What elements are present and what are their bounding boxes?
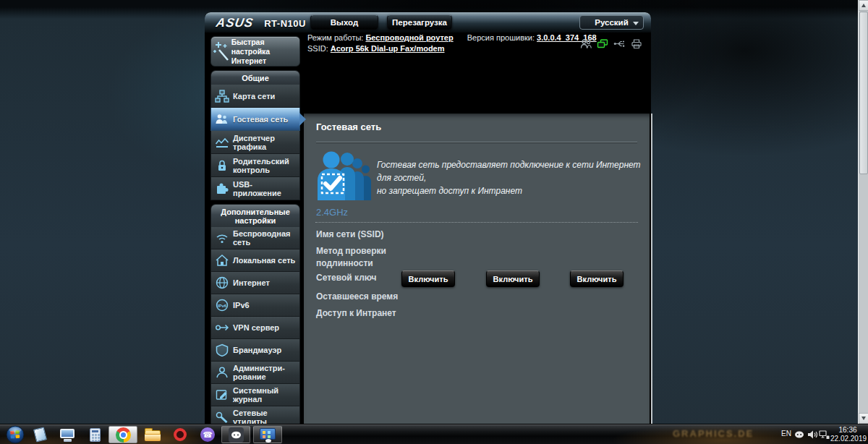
- sidebar-section-advanced: Дополнительные настройки Беспроводная се…: [210, 204, 300, 424]
- network-map-icon: [211, 90, 233, 103]
- quick-setup-label: Быстрая настройка Интернет: [231, 38, 299, 66]
- mode-label: Режим работы:: [307, 33, 363, 42]
- tray-date: 22.02.2019: [830, 435, 865, 443]
- sidebar-item-guest-network[interactable]: Гостевая сеть: [210, 108, 300, 131]
- sidebar-item-label: Сетевые утилиты: [233, 409, 268, 424]
- guest-network-illustration-icon: [316, 150, 371, 203]
- calculator-icon: [90, 428, 101, 442]
- taskbar-app-computer[interactable]: [55, 426, 80, 443]
- sidebar-item-label: Локальная сеть: [233, 256, 295, 265]
- ipv6-globe-icon: IPv6: [211, 299, 233, 312]
- taskbar-app-calculator[interactable]: [82, 426, 107, 443]
- sidebar-item-vpn-server[interactable]: VPN сервер: [210, 317, 300, 339]
- title-divider: [316, 142, 637, 142]
- sidebar-item-label: Гостевая сеть: [233, 115, 288, 124]
- enable-button-1[interactable]: Включить: [401, 270, 455, 287]
- wrench-icon: [211, 411, 233, 424]
- globe-icon: [211, 276, 233, 289]
- sidebar-item-label: IPv6: [233, 301, 250, 309]
- language-dropdown[interactable]: Русский: [579, 15, 644, 30]
- guest-network-icon: [211, 113, 233, 126]
- sidebar: Общие Карта сети: [210, 70, 300, 424]
- sidebar-item-parental-control[interactable]: Родительский контроль: [210, 154, 300, 177]
- house-icon: [211, 254, 233, 267]
- sidebar-item-label: Родительский контроль: [233, 157, 289, 174]
- sidebar-item-wireless[interactable]: Беспроводная сеть: [210, 227, 300, 249]
- language-indicator[interactable]: EN: [781, 430, 791, 437]
- taskbar-app-explorer[interactable]: [140, 426, 165, 443]
- viber-icon: ☎: [200, 427, 215, 442]
- logout-button[interactable]: Выход: [310, 14, 378, 30]
- ssid-label: SSID:: [307, 44, 328, 53]
- quick-setup-button[interactable]: Быстрая настройка Интернет: [210, 36, 300, 67]
- router-topbar: ASUS RT-N10U Выход Перезагрузка Русский: [205, 12, 651, 33]
- taskbar-clock[interactable]: 16:36 22.02.2019: [830, 426, 865, 443]
- mode-link[interactable]: Беспроводной роутер: [365, 33, 453, 42]
- field-label-ssid: Имя сети (SSID): [316, 229, 404, 241]
- asus-logo: ASUS: [215, 16, 255, 30]
- taskbar-app-viber[interactable]: ☎: [195, 426, 220, 443]
- taskbar-app-chrome[interactable]: [109, 426, 137, 443]
- sidebar-item-administration[interactable]: Администри- рование: [210, 362, 300, 384]
- lock-icon: [211, 159, 233, 172]
- sidebar-item-label: Администри- рование: [233, 364, 285, 381]
- taskbar-app-remote-desktop[interactable]: [253, 426, 282, 443]
- svg-text:IPv6: IPv6: [218, 304, 227, 308]
- traffic-manager-icon: [211, 136, 233, 149]
- scrollbar-thumb[interactable]: [859, 12, 868, 174]
- sidebar-item-label: Интернет: [233, 278, 270, 287]
- section-title-general: Общие: [210, 70, 300, 85]
- router-admin-page: ASUS RT-N10U Выход Перезагрузка Русский …: [205, 12, 651, 424]
- watermark: GRAPHICS.DE: [673, 428, 788, 439]
- guest-network-description: Гостевая сеть предоставляет подключение …: [377, 158, 651, 197]
- sidebar-item-internet[interactable]: Интернет: [210, 272, 300, 294]
- ssid-link[interactable]: Acorp 56k Dial-up Fax/modem: [331, 44, 445, 53]
- enable-button-2[interactable]: Включить: [486, 270, 540, 287]
- reboot-button[interactable]: Перезагрузка: [387, 14, 452, 30]
- description-line-1: Гостевая сеть предоставляет подключение …: [377, 158, 651, 184]
- sidebar-item-label: Диспетчер трафика: [233, 134, 275, 151]
- sidebar-item-label: USB- приложение: [233, 180, 281, 197]
- description-line-2: но запрещает доступ к Интранет: [377, 184, 651, 197]
- taskbar-app-opera[interactable]: [168, 426, 192, 443]
- sidebar-item-network-map[interactable]: Карта сети: [210, 85, 300, 108]
- volume-icon[interactable]: [807, 430, 817, 439]
- usb-status-icon[interactable]: [613, 38, 626, 49]
- sidebar-item-system-log[interactable]: Системный журнал: [210, 384, 300, 406]
- sidebar-item-label: VPN сервер: [233, 323, 279, 332]
- tray-discord-icon[interactable]: [794, 431, 804, 438]
- sidebar-item-label: Беспроводная сеть: [233, 229, 290, 247]
- chevron-down-icon: [633, 22, 639, 25]
- model-label: RT-N10U: [264, 18, 306, 29]
- log-pencil-icon: [211, 388, 233, 401]
- clients-icon[interactable]: [580, 38, 592, 49]
- network-status-icon[interactable]: [597, 38, 608, 49]
- network-tray-icon[interactable]: [819, 430, 830, 440]
- field-label-intranet-access: Доступ к Интранет: [316, 307, 404, 320]
- scroll-up-arrow[interactable]: [859, 0, 868, 11]
- sidebar-item-ipv6[interactable]: IPv6 IPv6: [210, 294, 300, 317]
- sidebar-item-firewall[interactable]: Брандмауэр: [210, 339, 300, 362]
- sidebar-item-traffic-manager[interactable]: Диспетчер трафика: [210, 131, 300, 154]
- sidebar-item-network-tools[interactable]: Сетевые утилиты: [210, 406, 300, 424]
- field-label-network-key: Сетевой ключ: [316, 272, 404, 284]
- sidebar-item-lan[interactable]: Локальная сеть: [210, 249, 300, 272]
- scroll-down-arrow[interactable]: [859, 413, 868, 424]
- sidebar-item-usb-application[interactable]: USB- приложение: [210, 177, 300, 200]
- browser-scrollbar[interactable]: [858, 0, 868, 424]
- tray-time: 16:36: [830, 426, 865, 435]
- enable-button-3[interactable]: Включить: [570, 270, 624, 287]
- taskbar-app-notepad[interactable]: [27, 426, 52, 443]
- start-button[interactable]: [3, 426, 27, 443]
- taskbar-app-discord[interactable]: [221, 426, 250, 443]
- sidebar-item-label: Брандмауэр: [233, 346, 281, 354]
- field-label-auth-method: Метод проверки подлинности: [316, 245, 404, 270]
- band-label: 2.4GHz: [316, 207, 348, 218]
- desktop: { "colors": { "accent_blue": "#2e96dd", …: [0, 0, 868, 444]
- taskbar: ☎ GRAPHICS.DE EN: [0, 424, 868, 444]
- computer-icon: [60, 429, 75, 438]
- vpn-icon: [211, 321, 233, 334]
- sidebar-item-label: Карта сети: [233, 92, 275, 101]
- printer-status-icon[interactable]: [631, 38, 642, 49]
- wifi-icon: [211, 231, 233, 244]
